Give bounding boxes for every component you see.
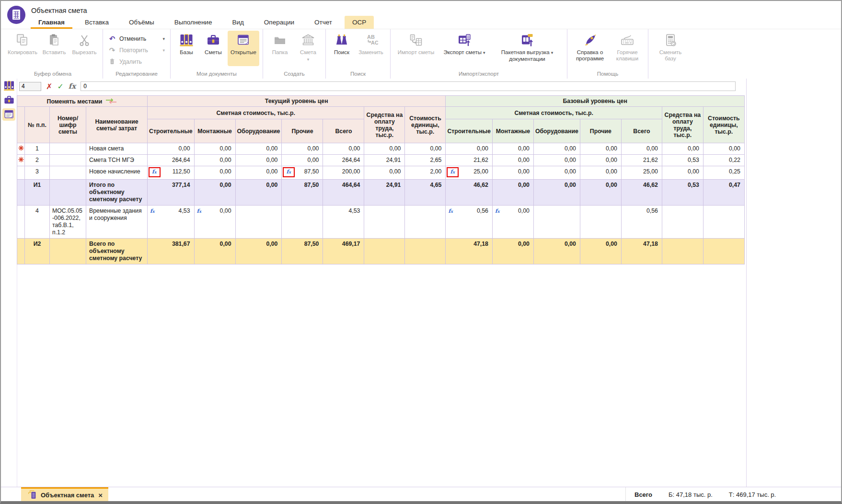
grid-cell[interactable]: 24,91	[364, 155, 405, 166]
grid-cell[interactable]: 264,64	[323, 155, 364, 166]
bases-button[interactable]: Базы	[174, 31, 199, 66]
chevron-down-icon[interactable]: ▾	[551, 50, 554, 55]
grid-cell[interactable]: 87,50	[282, 180, 323, 206]
grid-cell[interactable]: 0,00	[235, 155, 282, 166]
grid-cell[interactable]: 0,53	[662, 180, 703, 206]
row-code-cell[interactable]	[50, 143, 86, 155]
row-code-cell[interactable]	[50, 166, 86, 180]
grid-cell[interactable]: 0,00	[364, 143, 405, 155]
ribbon-tab-vid[interactable]: Вид	[224, 16, 251, 29]
grid-cell[interactable]	[662, 206, 703, 239]
grid-cell[interactable]: 0,00	[194, 143, 235, 155]
grid-cell[interactable]: 0,00	[492, 143, 533, 155]
grid-cell[interactable]	[282, 206, 323, 239]
ribbon-tab-operacii[interactable]: Операции	[256, 16, 302, 29]
grid-cell[interactable]: 0,00	[194, 166, 235, 180]
confirm-icon[interactable]: ✓	[57, 82, 63, 91]
formula-fx-icon[interactable]: fx	[495, 208, 500, 214]
ribbon-tab-osr[interactable]: ОСР	[345, 16, 374, 29]
grid-cell[interactable]: 0,00	[621, 143, 662, 155]
grid-cell[interactable]: 0,00	[580, 180, 621, 206]
grid-cell[interactable]: 0,00	[533, 180, 580, 206]
chevron-down-icon[interactable]: ▾	[483, 50, 485, 55]
formula-fx-icon[interactable]: fx	[450, 169, 455, 175]
grid-cell[interactable]	[703, 206, 744, 239]
cancel-icon[interactable]: ✗	[46, 82, 52, 91]
grid-cell[interactable]: 0,00	[148, 143, 195, 155]
grid-cell[interactable]: 21,62	[621, 155, 662, 166]
formula-fx-icon[interactable]: fx	[150, 208, 155, 214]
grid-cell[interactable]: 24,91	[364, 180, 405, 206]
undo-button[interactable]: ↶Отменить▾	[106, 34, 167, 44]
batch-export-button[interactable]: Пакетная выгрузка▾документации	[491, 31, 564, 66]
grid-cell[interactable]: fx87,50	[282, 166, 323, 180]
row-name-cell[interactable]: Смета ТСН МГЭ	[86, 155, 148, 166]
grid-cell[interactable]	[405, 206, 446, 239]
row-num-cell[interactable]: 1	[25, 143, 50, 155]
grid-cell[interactable]: 469,17	[323, 239, 364, 264]
ribbon-tab-glavnaya[interactable]: Главная	[31, 16, 72, 29]
close-icon[interactable]: ×	[98, 491, 103, 499]
grid-cell[interactable]	[235, 206, 282, 239]
grid-cell[interactable]	[580, 206, 621, 239]
help-about-button[interactable]: Справка опрограмме	[571, 31, 609, 66]
grid-cell[interactable]: 0,00	[492, 166, 533, 180]
grid-cell[interactable]: 0,47	[703, 180, 744, 206]
delete-button[interactable]: Удалить	[106, 57, 167, 67]
grid-cell[interactable]: 0,25	[703, 166, 744, 180]
grid-cell[interactable]: 25,00	[621, 166, 662, 180]
grid-cell[interactable]: 0,00	[323, 143, 364, 155]
grid-cell[interactable]: 264,64	[148, 155, 195, 166]
ribbon-tab-vypolnenie[interactable]: Выполнение	[167, 16, 220, 29]
grid-cell[interactable]: 47,18	[446, 239, 493, 264]
grid-cell[interactable]	[364, 239, 405, 264]
grid-cell[interactable]: fx0,00	[194, 206, 235, 239]
cut-button[interactable]: Вырезать	[69, 31, 99, 66]
grid-cell[interactable]: 2,00	[405, 166, 446, 180]
grid-cell[interactable]: 0,00	[235, 166, 282, 180]
grid-cell[interactable]: 0,00	[580, 166, 621, 180]
grid-cell[interactable]: 2,65	[405, 155, 446, 166]
export-estimate-button[interactable]: Экспорт сметы▾	[439, 31, 490, 66]
grid-cell[interactable]: fx25,00	[446, 166, 493, 180]
rail-opened-button[interactable]	[2, 108, 15, 121]
formula-fx-icon[interactable]: fx	[152, 169, 157, 175]
grid-cell[interactable]: 0,00	[446, 143, 493, 155]
grid-cell[interactable]: 47,18	[621, 239, 662, 264]
grid-cell[interactable]: 4,53	[323, 206, 364, 239]
grid-cell[interactable]: 464,64	[323, 180, 364, 206]
grid-cell[interactable]: 381,67	[148, 239, 195, 264]
grid-cell[interactable]: 0,00	[492, 239, 533, 264]
opened-button[interactable]: Открытые	[228, 31, 259, 66]
grid-cell[interactable]	[662, 239, 703, 264]
chevron-down-icon[interactable]: ▾	[162, 36, 165, 41]
grid-cell[interactable]: 0,00	[194, 180, 235, 206]
formula-fx-icon[interactable]: fx	[197, 208, 202, 214]
grid-cell[interactable]: 0,00	[533, 166, 580, 180]
grid-cell[interactable]	[703, 239, 744, 264]
grid-cell[interactable]: 0,00	[662, 166, 703, 180]
grid-cell[interactable]: 0,53	[662, 155, 703, 166]
grid-cell[interactable]: 0,00	[364, 166, 405, 180]
row-code-cell[interactable]	[50, 155, 86, 166]
grid-cell[interactable]: 87,50	[282, 239, 323, 264]
row-num-cell[interactable]: И1	[25, 180, 50, 206]
grid-cell[interactable]: 0,22	[703, 155, 744, 166]
redo-button[interactable]: ↷Повторить▾	[106, 45, 167, 55]
estimate-new-button[interactable]: Смета▾	[294, 31, 322, 66]
grid-cell[interactable]: 377,14	[148, 180, 195, 206]
row-num-cell[interactable]: 3	[25, 166, 50, 180]
grid-cell[interactable]: fx0,00	[492, 206, 533, 239]
grid-cell[interactable]	[364, 206, 405, 239]
ribbon-tab-obyomy[interactable]: Объёмы	[121, 16, 162, 29]
formula-fx-icon[interactable]: fx	[448, 208, 453, 214]
estimates-button[interactable]: Сметы	[200, 31, 227, 66]
rail-estimates-button[interactable]	[2, 94, 15, 106]
grid-cell[interactable]: 0,00	[533, 143, 580, 155]
document-tab[interactable]: Объектная смета ×	[21, 487, 108, 502]
formula-fx-icon[interactable]: fx	[286, 169, 291, 175]
grid-cell[interactable]: 0,00	[533, 239, 580, 264]
chevron-down-icon[interactable]: ▾	[162, 48, 165, 53]
grid-cell[interactable]: fx4,53	[148, 206, 195, 239]
rail-bases-button[interactable]	[2, 80, 15, 92]
